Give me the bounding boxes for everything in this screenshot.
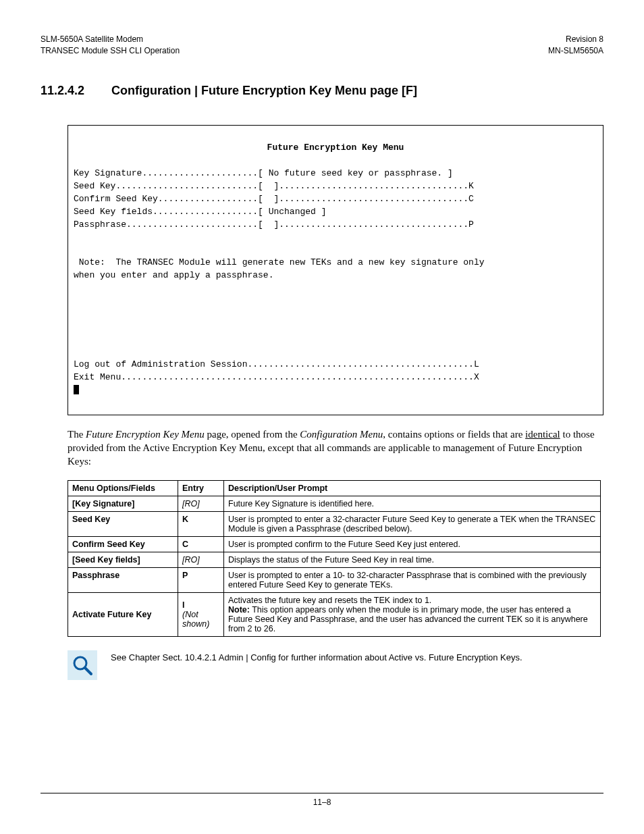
table-row: [Seed Key fields] [RO] Displays the stat…: [68, 552, 601, 568]
cell-desc: User is prompted to enter a 10- to 32-ch…: [224, 568, 601, 593]
terminal-line-key-signature: Key Signature......................[ No …: [74, 168, 453, 178]
menu-name-italic: Future Encryption Key Menu: [86, 429, 205, 440]
header-right: Revision 8 MN-SLM5650A: [548, 34, 603, 57]
terminal-title: Future Encryption Key Menu: [74, 142, 597, 155]
section-number: 11.2.4.2: [41, 84, 84, 98]
terminal-line-logout: Log out of Administration Session.......…: [74, 359, 479, 369]
th-entry: Entry: [178, 481, 224, 496]
section-title: Configuration | Future Encryption Key Me…: [111, 84, 417, 97]
terminal-line-passphrase: Passphrase.........................[ ]..…: [74, 219, 474, 230]
cell-entry: [RO]: [178, 552, 224, 568]
intro-paragraph: The Future Encryption Key Menu page, ope…: [68, 427, 603, 469]
th-description: Description/User Prompt: [224, 481, 601, 496]
table-row: Seed Key K User is prompted to enter a 3…: [68, 512, 601, 537]
cell-desc: Future Key Signature is identified here.: [224, 496, 601, 512]
reference-note-text: See Chapter Sect. 10.4.2.1 Admin | Confi…: [111, 650, 522, 664]
reference-note: See Chapter Sect. 10.4.2.1 Admin | Confi…: [68, 650, 603, 680]
cell-opt: Seed Key: [68, 512, 178, 537]
table-row: Confirm Seed Key C User is prompted conf…: [68, 537, 601, 552]
header-subtitle: TRANSEC Module SSH CLI Operation: [41, 45, 180, 57]
terminal-line-seed-key-fields: Seed Key fields....................[ Unc…: [74, 207, 326, 217]
identical-underline: identical: [525, 429, 560, 440]
section-heading: 11.2.4.2Configuration | Future Encryptio…: [41, 84, 603, 98]
header-docnum: MN-SLM5650A: [548, 45, 603, 57]
cell-desc: Displays the status of the Future Seed K…: [224, 552, 601, 568]
note-bold: Note:: [228, 605, 250, 615]
terminal-cursor: [74, 385, 79, 394]
terminal-line-exit: Exit Menu...............................…: [74, 372, 479, 382]
th-options: Menu Options/Fields: [68, 481, 178, 496]
terminal-line-confirm-seed-key: Confirm Seed Key...................[ ]..…: [74, 194, 474, 204]
cell-entry: K: [178, 512, 224, 537]
cell-opt: Confirm Seed Key: [68, 537, 178, 552]
page: SLM-5650A Satellite Modem TRANSEC Module…: [0, 0, 644, 834]
page-number: 11–8: [313, 798, 331, 807]
cell-opt: [Key Signature]: [68, 496, 178, 512]
cell-entry: [RO]: [178, 496, 224, 512]
cell-desc: Activates the future key and resets the …: [224, 593, 601, 637]
terminal-line-seed-key: Seed Key...........................[ ]..…: [74, 181, 474, 191]
table-row: [Key Signature] [RO] Future Key Signatur…: [68, 496, 601, 512]
header-product: SLM-5650A Satellite Modem: [41, 34, 180, 45]
page-header: SLM-5650A Satellite Modem TRANSEC Module…: [41, 34, 603, 57]
table-row: Activate Future Key I (Not shown) Activa…: [68, 593, 601, 637]
entry-not-shown: (Not shown): [182, 610, 219, 629]
terminal-note: Note: The TRANSEC Module will generate n…: [74, 257, 485, 280]
header-left: SLM-5650A Satellite Modem TRANSEC Module…: [41, 34, 180, 57]
cell-entry: C: [178, 537, 224, 552]
cell-desc: User is prompted confirm to the Future S…: [224, 537, 601, 552]
header-revision: Revision 8: [548, 34, 603, 45]
terminal-screenshot: Future Encryption Key Menu Key Signature…: [68, 125, 603, 415]
svg-line-1: [85, 668, 91, 674]
cell-entry: I (Not shown): [178, 593, 224, 637]
page-footer: 11–8: [41, 793, 603, 807]
magnifier-icon: [68, 650, 97, 680]
cell-entry: P: [178, 568, 224, 593]
table-header-row: Menu Options/Fields Entry Description/Us…: [68, 481, 601, 496]
cell-opt: Passphrase: [68, 568, 178, 593]
cell-opt: [Seed Key fields]: [68, 552, 178, 568]
options-table: Menu Options/Fields Entry Description/Us…: [68, 480, 601, 637]
cell-opt: Activate Future Key: [68, 593, 178, 637]
table-row: Passphrase P User is prompted to enter a…: [68, 568, 601, 593]
config-menu-italic: Configuration Menu: [300, 429, 383, 440]
cell-desc: User is prompted to enter a 32-character…: [224, 512, 601, 537]
